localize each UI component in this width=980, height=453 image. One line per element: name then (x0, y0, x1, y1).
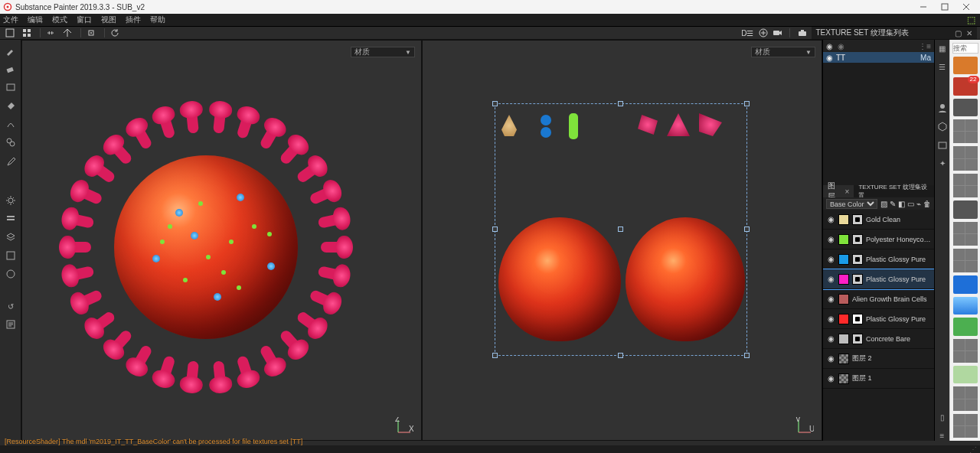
thumbnail-item[interactable] (953, 174, 978, 197)
eraser-tool-icon[interactable] (5, 63, 17, 75)
delete-layer-icon[interactable]: 🗑 (923, 200, 931, 208)
avatar-icon[interactable] (937, 103, 948, 113)
layer-row[interactable]: ◉Plastic Glossy Pure (823, 269, 934, 289)
eye-icon[interactable]: ◉ (826, 42, 833, 51)
thumbnail-item[interactable] (953, 119, 978, 143)
menu-view[interactable]: 视图 (101, 15, 116, 25)
add-fill-layer-icon[interactable]: ▨ (880, 200, 887, 208)
eye-icon[interactable]: ◉ (826, 374, 835, 383)
layer-mask-swatch[interactable] (852, 314, 863, 324)
channel-select[interactable]: Base Color (826, 199, 877, 209)
bake-icon[interactable] (759, 28, 768, 37)
shelf-dock-icon[interactable]: ▦ (937, 43, 948, 54)
add-folder-icon[interactable]: ▭ (907, 200, 914, 208)
layer-row[interactable]: ◉Gold Clean (823, 210, 934, 230)
thumbnail-item[interactable] (953, 414, 978, 438)
thumbnail-item[interactable] (953, 297, 978, 314)
layer-mask-swatch[interactable] (852, 274, 863, 285)
thumbnail-item[interactable] (953, 200, 978, 218)
eye-icon[interactable]: ◉ (826, 295, 835, 303)
texture-set-edit[interactable]: Ma (920, 54, 931, 62)
tab-texture-set-settings[interactable]: TEXTURE SET 纹理集设置 (854, 185, 934, 197)
layer-row[interactable]: ◉Polyester Honeycomb Mesh Fr (823, 230, 934, 249)
tab-layers[interactable]: 图层 × (823, 185, 854, 197)
thumbnail-item[interactable] (953, 339, 978, 363)
eye-icon[interactable]: ◉ (826, 354, 835, 363)
menu-file[interactable]: 文件 (3, 15, 18, 25)
viewport-2d[interactable]: 材质 ▼ (422, 40, 822, 441)
view-grid-icon[interactable] (20, 27, 34, 39)
picker-tool-icon[interactable] (5, 155, 17, 167)
cube-dock-icon[interactable] (937, 121, 948, 132)
collapse-dock-icon[interactable]: ▯ (937, 412, 948, 422)
layer-mask-swatch[interactable] (852, 214, 863, 225)
resize-handle[interactable] (744, 226, 750, 232)
resize-handle[interactable] (492, 226, 498, 232)
minimize-button[interactable] (913, 0, 934, 14)
settings-icon[interactable] (5, 194, 17, 207)
menu-window[interactable]: 窗口 (77, 15, 92, 25)
smudge-tool-icon[interactable] (5, 118, 17, 130)
thumbnail-item[interactable] (953, 222, 978, 246)
viewport-3d[interactable]: 材质 ▼ /* placed after */ Z X (21, 40, 422, 441)
eye-icon[interactable]: ◉ (826, 275, 835, 283)
perspective-icon[interactable] (60, 27, 74, 39)
resize-handle[interactable] (618, 353, 623, 358)
resize-handle[interactable] (492, 353, 498, 358)
eye-icon[interactable]: ◉ (826, 334, 835, 343)
effects-dock-icon[interactable]: ✦ (937, 158, 948, 168)
panel-menu-icon[interactable]: ⋮≡ (919, 42, 931, 51)
properties-dock-icon[interactable]: ☰ (937, 61, 948, 72)
link-icon[interactable]: ◉ (838, 42, 844, 51)
channels-icon[interactable] (5, 213, 17, 225)
layer-mask-swatch[interactable] (852, 334, 863, 344)
add-layer-icon[interactable]: ✎ (890, 200, 896, 208)
thumbnail-item[interactable] (953, 249, 978, 272)
eye-icon[interactable]: ◉ (826, 215, 835, 223)
thumbnail-item[interactable] (953, 318, 978, 335)
symmetry-icon[interactable] (44, 27, 57, 39)
menu-mode[interactable]: 模式 (52, 15, 67, 25)
layer-row[interactable]: ◉Plastic Glossy Pure (823, 249, 934, 269)
resize-handle[interactable] (492, 101, 498, 106)
thumbnail-item[interactable] (953, 99, 978, 116)
thumbnail-item[interactable] (953, 146, 978, 170)
maximize-button[interactable] (934, 0, 956, 14)
display-mode-icon[interactable]: D☰ (741, 29, 753, 37)
projection-tool-icon[interactable] (5, 81, 17, 93)
close-icon[interactable]: × (845, 187, 850, 196)
focus-icon[interactable] (84, 27, 98, 39)
panel-close-icon[interactable]: ✕ (966, 29, 972, 37)
refresh-icon[interactable] (108, 27, 122, 39)
resize-handle[interactable] (618, 226, 623, 232)
panel-popout-icon[interactable]: ▢ (955, 29, 962, 37)
layer-mask-swatch[interactable] (852, 254, 863, 265)
thumbnail-item[interactable]: 22 (953, 77, 978, 95)
thumbnail-item[interactable] (953, 386, 978, 410)
view-single-icon[interactable] (3, 27, 17, 39)
resize-handle[interactable] (618, 101, 623, 106)
layer-row[interactable]: ◉Plastic Glossy Pure (823, 309, 934, 329)
close-button[interactable] (956, 0, 977, 14)
archive-dock-icon[interactable] (937, 139, 948, 150)
resize-handle[interactable] (744, 101, 750, 106)
viewport-3d-shader-dropdown[interactable]: 材质 ▼ (351, 47, 415, 57)
layer-row[interactable]: ◉图层 1 (823, 369, 934, 389)
eye-icon[interactable]: ◉ (826, 54, 833, 62)
layer-mask-swatch[interactable] (852, 234, 863, 245)
thumbnail-item[interactable] (953, 366, 978, 383)
fx-icon[interactable]: ⌁ (916, 200, 921, 208)
fill-tool-icon[interactable] (5, 99, 17, 112)
shelf-icon[interactable] (5, 249, 17, 262)
log-icon[interactable] (5, 318, 17, 331)
search-input[interactable] (952, 43, 978, 54)
add-mask-icon[interactable]: ◧ (898, 200, 905, 208)
menu-help[interactable]: 帮助 (150, 15, 165, 25)
menu-edit[interactable]: 编辑 (28, 15, 43, 25)
resize-grip-icon[interactable]: ⋰ (969, 445, 978, 453)
layers-shortcut-icon[interactable] (5, 231, 17, 243)
thumbnail-item[interactable] (953, 275, 978, 293)
uv-selection-bounds[interactable] (495, 103, 747, 356)
viewport-2d-shader-dropdown[interactable]: 材质 ▼ (751, 47, 815, 57)
resize-handle[interactable] (744, 353, 750, 358)
